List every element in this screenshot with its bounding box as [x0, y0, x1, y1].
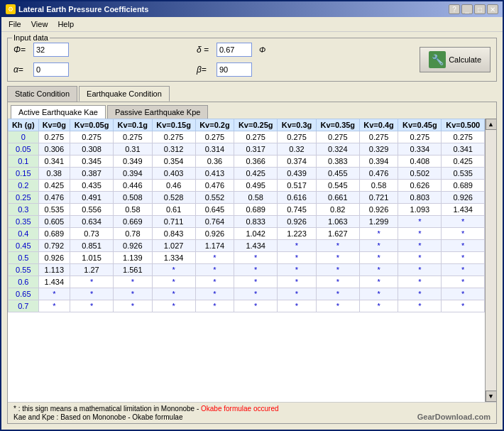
- table-header-5: Kv=0.2g: [195, 119, 234, 131]
- table-header-3: Kv=0.1g: [114, 119, 152, 131]
- table-cell: *: [195, 276, 234, 288]
- table-row: 0.150.380.3870.3940.4030.4130.4250.4390.…: [9, 168, 485, 180]
- table-cell: 0.446: [114, 180, 152, 192]
- table-cell: *: [195, 288, 234, 300]
- footer-left: Kae and Kpe : Based on Mononobe - Okabe …: [13, 413, 183, 421]
- scroll-track[interactable]: [486, 130, 496, 391]
- scroll-up-button[interactable]: ▲: [486, 119, 497, 130]
- beta-row: β=: [197, 62, 265, 77]
- table-cell: *: [398, 288, 442, 300]
- table-row: 0.050.3060.3080.310.3120.3140.3170.320.3…: [9, 143, 485, 156]
- table-cell: *: [316, 240, 359, 252]
- table-cell: 0.275: [278, 131, 316, 143]
- table-container[interactable]: Kh (g)Kv=0gKv=0.05gKv=0.1gKv=0.15gKv=0.2…: [8, 119, 485, 402]
- outer-tabs-container: Static Condition Earthquake Condition Ac…: [7, 86, 497, 424]
- menu-help[interactable]: Help: [53, 18, 78, 30]
- table-cell: 1.223: [278, 228, 316, 240]
- menu-view[interactable]: View: [27, 18, 53, 30]
- table-cell: *: [316, 288, 359, 300]
- tab-static-condition[interactable]: Static Condition: [7, 86, 77, 102]
- calculate-button[interactable]: 🔧 Calculate: [420, 47, 491, 72]
- scroll-down-button[interactable]: ▼: [486, 391, 497, 402]
- maximize-button[interactable]: □: [474, 4, 486, 14]
- table-row: 0.50.9261.0151.1391.334*******: [9, 252, 485, 264]
- tab-earthquake-condition[interactable]: Earthquake Condition: [79, 86, 170, 102]
- title-bar: ⚙ Lateral Earth Pressure Coefficients ? …: [1, 1, 503, 17]
- table-cell: *: [114, 288, 152, 300]
- table-cell: 0.745: [278, 204, 316, 216]
- table-cell: *: [152, 264, 195, 276]
- table-cell: 0.476: [38, 192, 70, 204]
- phi-input[interactable]: [33, 43, 69, 57]
- table-cell: 0.764: [195, 216, 234, 228]
- table-cell: 0.605: [38, 216, 70, 228]
- table-cell: 0.792: [38, 240, 70, 252]
- table-cell: 1.139: [114, 252, 152, 264]
- table-cell: 1.174: [195, 240, 234, 252]
- table-cell: 1.334: [152, 252, 195, 264]
- table-cell: 0.476: [359, 168, 398, 180]
- minimize-button[interactable]: _: [461, 4, 473, 14]
- beta-input[interactable]: [217, 62, 252, 77]
- table-cell: 1.042: [234, 228, 278, 240]
- table-cell: *: [398, 300, 442, 312]
- table-cell: *: [70, 300, 113, 312]
- window-title: Lateral Earth Pressure Coefficients: [18, 5, 148, 13]
- help-button[interactable]: ?: [449, 4, 460, 14]
- table-cell: 0.408: [398, 156, 442, 168]
- alpha-row: α=: [13, 62, 69, 77]
- table-cell: *: [278, 252, 316, 264]
- table-cell: 1.299: [359, 216, 398, 228]
- table-cell: 0.78: [114, 228, 152, 240]
- table-cell: *: [152, 288, 195, 300]
- table-cell: 0.312: [152, 143, 195, 156]
- table-cell: 0.926: [442, 192, 485, 204]
- table-cell: 0.721: [359, 192, 398, 204]
- row-header: 0.65: [9, 288, 39, 300]
- row-header: 0.35: [9, 216, 39, 228]
- row-header: 0.5: [9, 252, 39, 264]
- table-cell: *: [442, 300, 485, 312]
- table-cell: 1.627: [316, 228, 359, 240]
- input-group-legend: Input data: [12, 33, 50, 42]
- table-cell: *: [359, 276, 398, 288]
- table-cell: *: [359, 264, 398, 276]
- table-cell: *: [442, 288, 485, 300]
- table-cell: *: [398, 252, 442, 264]
- table-header-11: Kv=0.500: [442, 119, 485, 131]
- table-row: 00.2750.2750.2750.2750.2750.2750.2750.27…: [9, 131, 485, 143]
- table-cell: 0.383: [316, 156, 359, 168]
- table-cell: 0.334: [398, 143, 442, 156]
- table-cell: *: [398, 216, 442, 228]
- table-header-9: Kv=0.4g: [359, 119, 398, 131]
- table-cell: 0.46: [152, 180, 195, 192]
- table-cell: *: [70, 288, 113, 300]
- delta-input[interactable]: [217, 43, 252, 57]
- table-cell: 0.324: [316, 143, 359, 156]
- table-cell: 0.689: [442, 180, 485, 192]
- table-cell: 0.308: [70, 143, 113, 156]
- table-cell: *: [114, 300, 152, 312]
- table-header-row: Kh (g)Kv=0gKv=0.05gKv=0.1gKv=0.15gKv=0.2…: [9, 119, 485, 131]
- table-cell: 0.387: [70, 168, 113, 180]
- table-cell: *: [234, 288, 278, 300]
- table-cell: 0.366: [234, 156, 278, 168]
- table-cell: *: [38, 300, 70, 312]
- close-button[interactable]: ✕: [487, 4, 498, 14]
- alpha-input[interactable]: [33, 62, 69, 77]
- scrollbar[interactable]: ▲ ▼: [485, 119, 496, 402]
- table-header-0: Kh (g): [9, 119, 39, 131]
- tab-active-earthquake[interactable]: Active Earthquake Kae: [11, 105, 106, 119]
- table-cell: 0.58: [234, 192, 278, 204]
- table-cell: *: [234, 252, 278, 264]
- table-cell: 0.535: [38, 204, 70, 216]
- table-row: 0.10.3410.3450.3490.3540.360.3660.3740.3…: [9, 156, 485, 168]
- table-cell: *: [359, 300, 398, 312]
- table-cell: 0.38: [38, 168, 70, 180]
- menu-file[interactable]: File: [4, 18, 26, 30]
- table-cell: *: [278, 240, 316, 252]
- table-cell: *: [442, 216, 485, 228]
- tab-passive-earthquake[interactable]: Passive Earthquake Kpe: [107, 105, 208, 119]
- table-cell: 0.341: [38, 156, 70, 168]
- table-row: 0.450.7920.8510.9261.0271.1741.434*****: [9, 240, 485, 252]
